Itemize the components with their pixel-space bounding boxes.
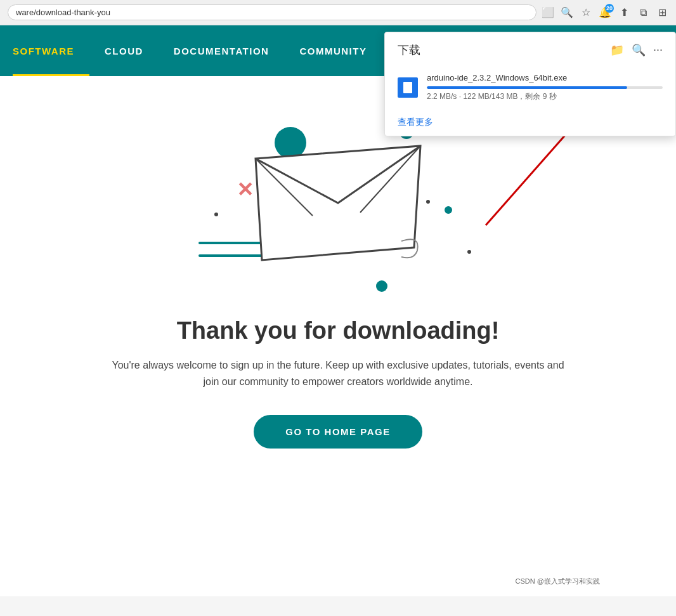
browser-url-bar[interactable]: ware/download-thank-you <box>8 4 536 20</box>
download-status: 2.2 MB/s · 122 MB/143 MB，剩余 9 秒 <box>427 91 663 102</box>
notification-badge: 20 <box>605 4 614 13</box>
deco-circle-3 <box>376 280 387 292</box>
nav-item-software[interactable]: SOFTWARE <box>13 25 89 76</box>
nav-items: SOFTWARE CLOUD DOCUMENTATION COMMUNITY <box>13 25 382 76</box>
nav-item-cloud[interactable]: CLOUD <box>89 25 159 76</box>
envelope-illustration <box>249 133 427 273</box>
download-item: arduino-ide_2.3.2_Windows_64bit.exe 2.2 … <box>385 65 675 110</box>
tab-icon[interactable]: ⬜ <box>542 6 554 19</box>
more-icon[interactable]: ⊞ <box>656 6 668 19</box>
copy-icon[interactable]: ⧉ <box>637 6 649 19</box>
deco-dot-1 <box>214 213 218 216</box>
go-to-home-button[interactable]: GO TO HOME PAGE <box>254 415 422 449</box>
thank-you-subtitle: You're always welcome to sign up in the … <box>110 357 566 390</box>
nav-item-community[interactable]: COMMUNITY <box>284 25 382 76</box>
see-more-link[interactable]: 查看更多 <box>398 117 433 127</box>
download-see-more: 查看更多 <box>385 110 675 131</box>
watermark: CSDN @嵌入式学习和实践 <box>516 577 600 586</box>
thank-you-title: Thank you for downloading! <box>110 317 566 344</box>
search-icon[interactable]: 🔍 <box>561 6 573 19</box>
folder-icon[interactable]: 📁 <box>610 43 624 57</box>
download-progress-bar <box>427 86 663 89</box>
share-icon[interactable]: ⬆ <box>618 6 630 19</box>
browser-bar: ware/download-thank-you ⬜ 🔍 ☆ 🔔 20 ⬆ ⧉ ⊞ <box>0 0 676 25</box>
download-panel-title: 下载 <box>398 43 420 58</box>
thank-you-section: Thank you for downloading! You're always… <box>84 305 592 461</box>
search-downloads-icon[interactable]: 🔍 <box>632 43 646 57</box>
more-downloads-icon[interactable]: ··· <box>653 43 663 57</box>
nav-item-documentation[interactable]: DOCUMENTATION <box>159 25 285 76</box>
deco-circle-4 <box>445 206 452 214</box>
download-info: arduino-ide_2.3.2_Windows_64bit.exe 2.2 … <box>427 73 663 102</box>
download-panel: 下载 📁 🔍 ··· arduino-ide_2.3.2_Windows_64b… <box>384 32 676 136</box>
download-filename: arduino-ide_2.3.2_Windows_64bit.exe <box>427 73 663 82</box>
download-panel-icons: 📁 🔍 ··· <box>610 43 663 57</box>
download-file-icon <box>398 77 418 98</box>
notification-icon[interactable]: 🔔 20 <box>599 6 611 19</box>
download-panel-header: 下载 📁 🔍 ··· <box>385 43 675 65</box>
download-progress-fill <box>427 86 627 89</box>
page-content: SOFTWARE CLOUD DOCUMENTATION COMMUNITY ✕ <box>0 25 676 596</box>
deco-dot-3 <box>467 250 471 254</box>
bookmark-icon[interactable]: ☆ <box>580 6 592 19</box>
browser-icons: ⬜ 🔍 ☆ 🔔 20 ⬆ ⧉ ⊞ <box>542 6 668 19</box>
